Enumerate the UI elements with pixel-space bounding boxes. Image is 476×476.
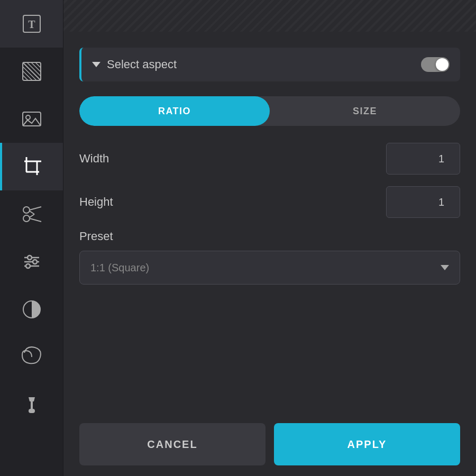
spiral-icon: [19, 344, 44, 370]
height-input[interactable]: [386, 186, 460, 218]
svg-point-24: [28, 255, 32, 260]
section-title-row: Select aspect: [92, 58, 177, 71]
svg-rect-14: [26, 161, 37, 172]
cancel-button[interactable]: CANCEL: [79, 423, 266, 465]
sidebar: T: [0, 0, 63, 476]
preset-value: 1:1 (Square): [90, 262, 149, 274]
crop-icon: [19, 154, 44, 179]
svg-point-28: [26, 264, 30, 268]
background-pattern: [63, 0, 476, 32]
height-label: Height: [79, 195, 113, 209]
section-header: Select aspect: [79, 48, 460, 81]
sidebar-item-image[interactable]: [0, 95, 63, 143]
sidebar-item-pattern[interactable]: [0, 48, 63, 95]
contrast-icon: [19, 297, 44, 322]
svg-text:T: T: [28, 19, 35, 30]
svg-line-19: [30, 207, 41, 210]
svg-point-18: [23, 215, 30, 222]
adjustments-icon: [19, 249, 44, 274]
svg-line-22: [30, 214, 34, 217]
tab-ratio[interactable]: RATIO: [79, 96, 270, 126]
svg-point-26: [33, 260, 37, 264]
sidebar-item-adjustments[interactable]: [0, 238, 63, 286]
svg-point-11: [26, 115, 30, 120]
pattern-icon: [19, 59, 44, 84]
dropdown-arrow-icon: [441, 265, 449, 270]
sidebar-item-brush[interactable]: [0, 381, 63, 428]
text-icon: T: [19, 11, 44, 36]
image-icon: [19, 106, 44, 132]
chevron-down-icon[interactable]: [92, 62, 100, 67]
sidebar-item-text[interactable]: T: [0, 0, 63, 48]
apply-button[interactable]: APPLY: [274, 423, 460, 465]
section-title: Select aspect: [107, 58, 177, 71]
main-panel: Select aspect RATIO SIZE Width Height Pr…: [63, 0, 476, 476]
brush-icon: [19, 392, 44, 417]
svg-line-7: [31, 62, 41, 72]
tab-switcher: RATIO SIZE: [79, 96, 460, 126]
toggle-switch[interactable]: [421, 57, 450, 72]
sidebar-item-scissors[interactable]: [0, 190, 63, 238]
height-row: Height: [79, 186, 460, 218]
width-row: Width: [79, 143, 460, 175]
sidebar-item-spiral[interactable]: [0, 333, 63, 381]
svg-line-21: [30, 211, 34, 214]
tab-size[interactable]: SIZE: [270, 96, 460, 126]
svg-rect-30: [29, 409, 35, 413]
svg-point-17: [23, 207, 30, 213]
sidebar-item-contrast[interactable]: [0, 286, 63, 333]
svg-line-20: [30, 218, 41, 222]
width-label: Width: [79, 152, 109, 166]
svg-line-6: [23, 71, 32, 80]
toggle-knob: [436, 58, 448, 71]
preset-dropdown[interactable]: 1:1 (Square): [79, 251, 460, 285]
width-input[interactable]: [386, 143, 460, 175]
sidebar-item-crop[interactable]: [0, 143, 63, 190]
preset-label: Preset: [79, 230, 460, 243]
preset-section: Preset 1:1 (Square): [79, 230, 460, 285]
scissors-icon: [19, 202, 44, 227]
action-buttons: CANCEL APPLY: [79, 413, 460, 465]
